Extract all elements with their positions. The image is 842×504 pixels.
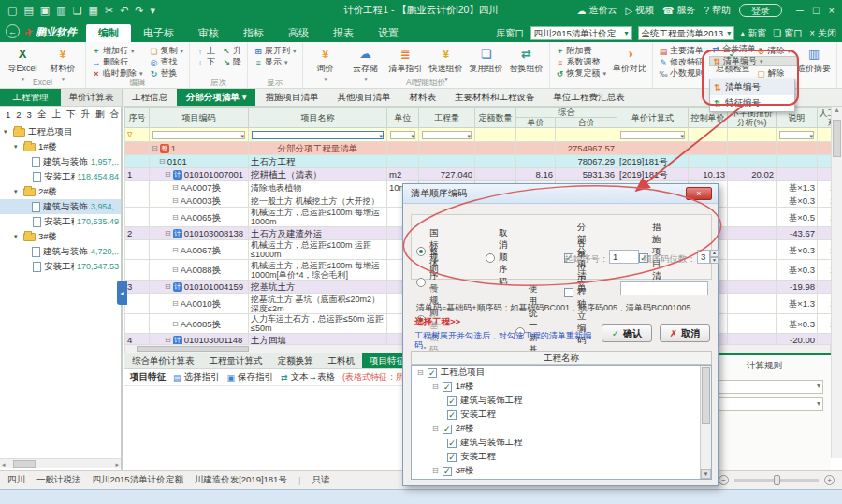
tree-toolbar-button-升[interactable]: 升 <box>80 108 90 121</box>
qat-more-icon[interactable]: ▾ <box>151 5 156 17</box>
back-icon[interactable]: ← <box>6 24 20 38</box>
ribbon-button-上[interactable]: ↑上 <box>194 46 217 56</box>
tree-expander-icon[interactable]: ⊟ <box>417 368 424 377</box>
digits-input[interactable]: 3 <box>697 250 710 264</box>
list-library-dropdown[interactable]: 全统工程量清单2013▾ <box>638 26 735 40</box>
tree-expander-icon[interactable]: ⊟ <box>432 467 439 475</box>
calc-rule-dropdown[interactable] <box>705 380 823 394</box>
detail-tab-工程量计算式[interactable]: 工程量计算式 <box>202 353 270 368</box>
close-doc-button[interactable]: ×关闭 <box>809 27 836 40</box>
checkbox-icon[interactable]: ✓ <box>443 425 452 434</box>
dialog-close-icon[interactable]: × <box>686 187 712 200</box>
menu-item-特征编号[interactable]: ⇅特征编号 <box>710 95 794 111</box>
filter-funnel-icon[interactable]: ∇ <box>127 131 132 139</box>
confirm-button[interactable]: ✓ 确认 <box>602 324 652 342</box>
checkbox-icon[interactable]: ✓ <box>443 382 452 392</box>
panel-collapse-handle[interactable]: ◂ <box>117 281 127 305</box>
sheet-tab-分部分项清单[interactable]: 分部分项清单 ▾ <box>177 89 255 106</box>
menu-tab-指标[interactable]: 指标 <box>231 24 276 42</box>
filter-cell-seq[interactable]: ∇ <box>125 128 150 142</box>
ribbon-button-删除行[interactable]: →删除行 <box>90 57 145 67</box>
cancel-button[interactable]: ✗ 取消 <box>660 324 710 342</box>
ribbon-button-下[interactable]: ↓下 <box>194 57 217 67</box>
new-base-code-input[interactable] <box>620 281 708 295</box>
row-expander-icon[interactable]: ⊟ <box>159 155 166 167</box>
scrollbar-thumb[interactable] <box>833 120 841 157</box>
tree-toolbar-button-1[interactable]: 1 <box>6 109 10 120</box>
sheet-tab-工程信息[interactable]: 工程信息 <box>123 89 177 106</box>
tree-item[interactable]: ▾2#楼 <box>0 184 121 199</box>
table-vertical-scrollbar[interactable]: ▲ <box>831 107 842 458</box>
ribbon-button-主要清单[interactable]: ▤主要清单▾ <box>657 46 712 56</box>
help-button[interactable]: ?帮助 <box>704 4 732 17</box>
tree-item[interactable]: 安装工程170,535.49 <box>0 214 121 229</box>
ribbon-button-显示[interactable]: ≡显示▾ <box>252 57 298 67</box>
checkbox-icon[interactable]: ✓ <box>447 410 457 420</box>
ribbon-button-合并清单[interactable]: ⇄合并清单▾ <box>709 44 797 54</box>
tree-item[interactable]: 建筑与装饰工程1,957,.. <box>0 154 121 169</box>
dialog-tree-item[interactable]: ✓建筑与装饰工程 <box>412 436 711 450</box>
save-icon[interactable]: ▣ <box>40 5 50 17</box>
radio-取消顺序码[interactable]: 取消顺序码 <box>486 227 508 288</box>
quota-library-dropdown[interactable]: 四川2015清单计价定..▾ <box>530 26 632 40</box>
ribbon-button-清单编号[interactable]: ⇅清单编号▾ <box>709 56 797 66</box>
checkbox-icon[interactable]: ✓ <box>443 467 452 476</box>
ribbon-button-系数调整[interactable]: ≡系数调整 <box>554 57 609 67</box>
feature-button-选择指引[interactable]: ▤选择指引 <box>173 371 220 383</box>
zoom-slider[interactable] <box>734 479 819 482</box>
paste-icon[interactable]: ▦ <box>89 5 98 17</box>
row-expander-icon[interactable]: ⊟ <box>152 142 158 154</box>
service-button[interactable]: ☎服务 <box>662 4 695 17</box>
ribbon-button-查找[interactable]: ◎查找 <box>148 57 186 67</box>
new-window-button[interactable]: ▴新窗 <box>740 27 766 40</box>
ribbon-button-展开到[interactable]: ⊞展开到▾ <box>252 46 298 56</box>
scroll-left-icon[interactable]: ◂ <box>2 459 6 469</box>
tree-horizontal-scrollbar[interactable]: ◂ ▸ <box>0 458 121 468</box>
ribbon-button-增加行[interactable]: +增加行▾ <box>90 46 145 56</box>
dialog-title-bar[interactable]: 清单顺序编码 × <box>403 184 718 204</box>
table-row[interactable]: ⊟0101土石方工程78067.29[2019]181号 <box>125 155 832 168</box>
detail-tab-定额换算[interactable]: 定额换算 <box>270 353 321 368</box>
dialog-tree-scrollbar[interactable]: ▼ <box>700 366 711 479</box>
filter-cell-note[interactable] <box>777 128 818 142</box>
close-button[interactable]: × <box>829 5 835 16</box>
window-button[interactable]: ❏窗口 <box>773 27 803 40</box>
filter-cell-unit[interactable] <box>387 128 419 142</box>
redo-icon[interactable]: ↷ <box>135 5 143 17</box>
ribbon-button-降[interactable]: ↘降 <box>220 57 243 67</box>
tree-item[interactable]: 安装工程118,454.84 <box>0 169 121 184</box>
row-expander-icon[interactable]: ⊟ <box>172 244 179 256</box>
copy-icon[interactable]: ❏ <box>73 5 82 17</box>
filter-cell-code[interactable] <box>150 128 249 142</box>
sheet-tab-主要材料和工程设备[interactable]: 主要材料和工程设备 <box>445 89 544 106</box>
tree-item[interactable]: 建筑与装饰工程3,954,.. <box>0 199 121 214</box>
table-row[interactable]: 1⊟计010101007001挖耕植土（清表）m2727.0408.165931… <box>125 168 832 181</box>
tree-item[interactable]: ▾3#楼 <box>0 229 121 244</box>
filter-cell-ctrl[interactable] <box>689 128 728 142</box>
dialog-tree-item[interactable]: ✓安装工程 <box>412 408 711 422</box>
digits-spinner[interactable]: ▲▼ <box>710 250 719 264</box>
ribbon-button-升[interactable]: ↖升 <box>220 46 243 56</box>
detail-tab-工料机[interactable]: 工料机 <box>321 353 363 368</box>
zoom-out-icon[interactable]: − <box>719 475 729 485</box>
scroll-down-icon[interactable]: ▼ <box>701 469 711 479</box>
zoom-in-icon[interactable]: + <box>824 475 835 485</box>
ribbon-button-附加费[interactable]: +附加费 <box>554 46 609 56</box>
ribbon-button-复用组价[interactable]: ❏复用组价 <box>468 44 505 75</box>
scroll-right-icon[interactable]: ▸ <box>115 459 119 469</box>
cost-cloud-button[interactable]: ☁造价云 <box>576 4 617 17</box>
filter-dropdown[interactable] <box>620 131 685 139</box>
checkbox-icon[interactable]: ✓ <box>447 396 457 406</box>
checkbox-icon[interactable]: ✓ <box>428 368 437 378</box>
feature-button-保存指引[interactable]: ▣保存指引 <box>227 371 274 383</box>
tree-toolbar-button-3[interactable]: 3 <box>27 109 32 120</box>
open-folder-icon[interactable]: ▤ <box>23 5 33 17</box>
maximize-button[interactable]: □ <box>813 5 820 16</box>
row-expander-icon[interactable]: ⊟ <box>172 194 179 207</box>
tree-toolbar-button-上[interactable]: 上 <box>51 108 61 121</box>
dialog-tree-item[interactable]: ⊟✓3#楼 <box>412 464 711 478</box>
tree-toolbar-button-下[interactable]: 下 <box>66 108 76 121</box>
tree-item[interactable]: 建筑与装饰工程4,720,.. <box>0 244 121 259</box>
dialog-tree-item[interactable]: ✓安装工程 <box>412 450 711 464</box>
tree-expander-icon[interactable]: ▾ <box>14 188 21 195</box>
